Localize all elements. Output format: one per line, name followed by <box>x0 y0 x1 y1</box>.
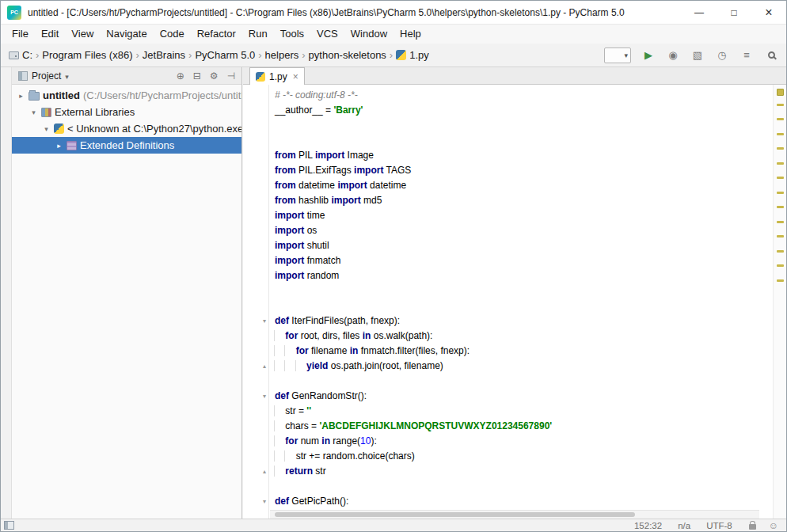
console-icon[interactable]: ≡ <box>739 48 754 63</box>
toggle-toolwindows-icon[interactable] <box>4 521 14 530</box>
stripe-mark[interactable] <box>777 147 784 150</box>
editor-area[interactable]: ▾▴▾▴▾ # -*- coding:utf-8 -*-__author__ =… <box>243 85 773 519</box>
code-line[interactable]: import time <box>275 208 773 223</box>
stripe-mark[interactable] <box>777 192 784 194</box>
code-line[interactable]: for num in range(10): <box>275 434 773 449</box>
menu-item-view[interactable]: View <box>65 25 100 44</box>
breadcrumb-item[interactable]: PyCharm 5.0 <box>195 49 255 61</box>
cursor-position[interactable]: 152:32 <box>634 521 662 530</box>
code-line[interactable]: str += random.choice(chars) <box>275 449 773 464</box>
breadcrumb-item[interactable]: helpers <box>265 49 299 61</box>
code-line[interactable]: import fnmatch <box>275 253 773 268</box>
project-panel-caret-icon[interactable] <box>65 70 69 82</box>
menu-item-navigate[interactable]: Navigate <box>100 25 153 44</box>
settings-gear-icon[interactable]: ⚙ <box>210 70 219 82</box>
code-line[interactable]: # -*- coding:utf-8 -*- <box>275 88 773 103</box>
stripe-mark[interactable] <box>777 279 784 282</box>
menu-item-run[interactable]: Run <box>242 25 274 44</box>
menu-item-vcs[interactable]: VCS <box>310 25 344 44</box>
line-separator[interactable]: n/a <box>678 521 690 530</box>
coverage-icon[interactable]: ▧ <box>690 48 705 63</box>
stripe-mark[interactable] <box>777 221 784 223</box>
breadcrumb-item[interactable]: Program Files (x86) <box>42 49 132 61</box>
code-token: 'Barry' <box>333 104 363 116</box>
stripe-mark[interactable] <box>777 177 784 179</box>
tree-arrow-icon[interactable]: ▸ <box>55 142 63 150</box>
menu-item-code[interactable]: Code <box>154 25 191 44</box>
breadcrumb-item[interactable]: C: <box>9 49 32 61</box>
horizontal-scrollbar[interactable] <box>270 510 759 519</box>
code-line[interactable]: from hashlib import md5 <box>275 193 773 208</box>
tree-item[interactable]: ▾< Unknown at C:\Python27\python.exe > <box>12 120 241 137</box>
code-line[interactable]: str = '' <box>275 404 773 419</box>
stripe-mark[interactable] <box>777 104 784 106</box>
code-line[interactable] <box>275 133 773 148</box>
code-line[interactable]: __author__ = 'Barry' <box>275 103 773 118</box>
stripe-mark[interactable] <box>777 235 784 238</box>
tree-arrow-icon[interactable]: ▸ <box>17 92 25 100</box>
stripe-mark[interactable] <box>777 162 784 165</box>
code-line[interactable]: def IterFindFiles(path, fnexp): <box>275 314 773 329</box>
code-line[interactable]: from PIL.ExifTags import TAGS <box>275 163 773 178</box>
code-line[interactable]: for filename in fnmatch.filter(files, fn… <box>275 344 773 359</box>
menu-item-window[interactable]: Window <box>344 25 394 44</box>
search-icon[interactable] <box>764 48 778 63</box>
stripe-mark[interactable] <box>777 133 784 135</box>
code-line[interactable] <box>275 283 773 298</box>
minimize-button[interactable]: — <box>682 1 717 25</box>
debug-icon[interactable]: ◉ <box>666 48 680 63</box>
menu-item-edit[interactable]: Edit <box>35 25 65 44</box>
breadcrumb-item[interactable]: JetBrains <box>143 49 185 61</box>
code-line[interactable]: return str <box>275 464 773 479</box>
inspection-indicator[interactable] <box>777 89 784 96</box>
code-line[interactable] <box>275 118 773 133</box>
tree-item[interactable]: ▸Extended Definitions <box>12 137 241 154</box>
stripe-mark[interactable] <box>777 118 784 120</box>
code-line[interactable]: from PIL import Image <box>275 148 773 163</box>
indent-guide <box>274 435 285 446</box>
close-tab-icon[interactable]: × <box>293 71 298 82</box>
code-line[interactable]: def GetPicPath(): <box>275 494 773 509</box>
horizontal-scrollbar-thumb[interactable] <box>275 512 635 517</box>
breadcrumb-item[interactable]: 1.py <box>396 49 429 61</box>
file-encoding[interactable]: UTF-8 <box>706 521 732 530</box>
hide-icon[interactable]: ⊣ <box>227 70 235 82</box>
menu-item-file[interactable]: File <box>6 25 35 44</box>
lock-icon[interactable] <box>748 522 758 530</box>
menu-item-help[interactable]: Help <box>394 25 428 44</box>
code-line[interactable]: from datetime import datetime <box>275 178 773 193</box>
code-token: import <box>275 240 304 251</box>
code-line[interactable]: import shutil <box>275 238 773 253</box>
tree-arrow-icon[interactable]: ▾ <box>42 125 51 133</box>
code-line[interactable]: yield os.path.join(root, filename) <box>275 359 773 374</box>
code-line[interactable] <box>275 298 773 314</box>
code-line[interactable]: import os <box>275 223 773 238</box>
menu-item-tools[interactable]: Tools <box>274 25 310 44</box>
collapse-all-icon[interactable]: ⊟ <box>193 70 201 82</box>
profile-icon[interactable]: ◷ <box>715 48 729 63</box>
close-button[interactable]: × <box>751 1 786 25</box>
stripe-mark[interactable] <box>777 264 784 267</box>
editor-tab[interactable]: 1.py× <box>249 67 305 85</box>
editor-code[interactable]: # -*- coding:utf-8 -*-__author__ = 'Barr… <box>243 88 773 519</box>
code-line[interactable]: chars = 'ABCDEFGHIJKLMNOPQRSTUVWXYZ01234… <box>275 419 773 434</box>
code-token: root, dirs, files <box>298 330 362 341</box>
menu-item-refactor[interactable]: Refactor <box>191 25 242 44</box>
project-panel-title[interactable]: Project <box>32 70 61 82</box>
code-line[interactable] <box>275 479 773 494</box>
run-configuration-select[interactable]: ▾ <box>604 48 631 63</box>
locate-icon[interactable]: ⊕ <box>177 70 184 82</box>
code-line[interactable] <box>275 374 773 389</box>
stripe-mark[interactable] <box>777 206 784 208</box>
hector-icon[interactable]: ☺ <box>769 520 778 531</box>
tree-item[interactable]: ▾External Libraries <box>12 104 241 120</box>
tree-item[interactable]: ▸untitled (C:/Users/ht/PycharmProjects/u… <box>12 87 241 104</box>
maximize-button[interactable]: □ <box>717 1 751 25</box>
breadcrumb-item[interactable]: python-skeletons <box>309 49 386 61</box>
run-icon[interactable]: ▶ <box>641 48 656 63</box>
code-line[interactable]: for root, dirs, files in os.walk(path): <box>275 329 773 344</box>
stripe-mark[interactable] <box>777 250 784 253</box>
code-line[interactable]: def GenRandomStr(): <box>275 389 773 404</box>
code-line[interactable]: import random <box>275 268 773 283</box>
tree-arrow-icon[interactable]: ▾ <box>29 108 38 116</box>
